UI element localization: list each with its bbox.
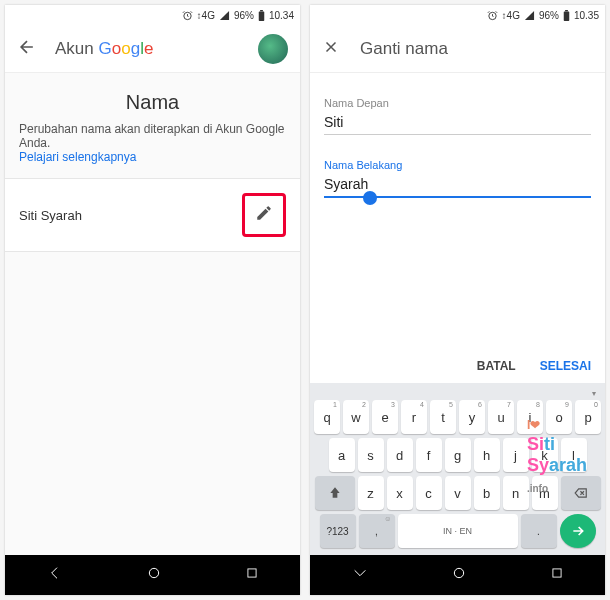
app-bar: Ganti nama [310,25,605,73]
network-icon: ↕4G [197,10,215,21]
key-h[interactable]: h [474,438,500,472]
key-o[interactable]: o9 [546,400,572,434]
key-t[interactable]: t5 [430,400,456,434]
key-e[interactable]: e3 [372,400,398,434]
clock-time: 10.35 [574,10,599,21]
svg-rect-4 [247,569,255,577]
key-f[interactable]: f [416,438,442,472]
name-row[interactable]: Siti Syarah [5,178,300,252]
svg-rect-9 [552,569,560,577]
key-r[interactable]: r4 [401,400,427,434]
signal-icon [219,10,230,21]
alarm-icon [182,10,193,21]
alarm-icon [487,10,498,21]
key-enter[interactable] [560,514,596,548]
battery-percent: 96% [234,10,254,21]
key-s[interactable]: s [358,438,384,472]
key-l[interactable]: l [561,438,587,472]
nav-back-icon[interactable] [352,565,368,585]
key-m[interactable]: m [532,476,558,510]
description: Perubahan nama akan diterapkan di Akun G… [5,122,300,178]
status-bar: ↕4G 96% 10.35 [310,5,605,25]
key-q[interactable]: q1 [314,400,340,434]
edit-highlight [242,193,286,237]
appbar-title: Akun Google [55,39,244,59]
cancel-button[interactable]: BATAL [477,359,516,373]
key-c[interactable]: c [416,476,442,510]
svg-rect-1 [259,11,265,21]
form-area: Nama Depan Nama Belakang [310,73,605,351]
key-b[interactable]: b [474,476,500,510]
key-g[interactable]: g [445,438,471,472]
key-shift[interactable] [315,476,355,510]
key-p[interactable]: p0 [575,400,601,434]
keyboard: ▾ q1w2e3r4t5y6u7i8o9p0 asdfghjkl zxcvbnm… [310,383,605,555]
nav-bar [5,555,300,595]
svg-point-8 [454,568,463,577]
key-w[interactable]: w2 [343,400,369,434]
last-name-label: Nama Belakang [324,159,591,171]
nav-recent-icon[interactable] [550,566,564,584]
nav-back-icon[interactable] [47,565,63,585]
pencil-icon[interactable] [255,204,273,226]
content-area: Nama Perubahan nama akan diterapkan di A… [5,73,300,555]
key-a[interactable]: a [329,438,355,472]
key-x[interactable]: x [387,476,413,510]
key-n[interactable]: n [503,476,529,510]
avatar[interactable] [258,34,288,64]
key-v[interactable]: v [445,476,471,510]
status-bar: ↕4G 96% 10.34 [5,5,300,25]
nav-home-icon[interactable] [451,565,467,585]
done-button[interactable]: SELESAI [540,359,591,373]
page-title: Nama [5,73,300,122]
key-backspace[interactable] [561,476,601,510]
key-u[interactable]: u7 [488,400,514,434]
text-cursor-handle[interactable] [363,191,377,205]
app-bar: Akun Google [5,25,300,73]
signal-icon [524,10,535,21]
clock-time: 10.34 [269,10,294,21]
first-name-label: Nama Depan [324,97,591,109]
back-icon[interactable] [17,37,41,61]
network-icon: ↕4G [502,10,520,21]
appbar-title: Ganti nama [360,39,593,59]
key-period[interactable]: . [521,514,557,548]
name-value: Siti Syarah [19,208,242,223]
nav-home-icon[interactable] [146,565,162,585]
svg-rect-7 [565,10,568,11]
key-k[interactable]: k [532,438,558,472]
key-z[interactable]: z [358,476,384,510]
first-name-input[interactable] [324,109,591,135]
nav-bar [310,555,605,595]
key-space[interactable]: IN · EN [398,514,518,548]
svg-point-3 [149,568,158,577]
battery-icon [258,10,265,21]
battery-percent: 96% [539,10,559,21]
phone-left: ↕4G 96% 10.34 Akun Google Nama Perubahan… [5,5,300,595]
key-comma[interactable]: ,☺ [359,514,395,548]
key-d[interactable]: d [387,438,413,472]
phone-right: ↕4G 96% 10.35 Ganti nama Nama Depan Nama… [310,5,605,595]
learn-more-link[interactable]: Pelajari selengkapnya [19,150,136,164]
svg-rect-6 [564,11,570,21]
action-row: BATAL SELESAI [310,351,605,383]
battery-icon [563,10,570,21]
keyboard-collapse-icon[interactable]: ▾ [592,389,596,398]
key-j[interactable]: j [503,438,529,472]
key-symbols[interactable]: ?123 [320,514,356,548]
nav-recent-icon[interactable] [245,566,259,584]
key-y[interactable]: y6 [459,400,485,434]
key-i[interactable]: i8 [517,400,543,434]
svg-rect-2 [260,10,263,11]
close-icon[interactable] [322,38,346,60]
